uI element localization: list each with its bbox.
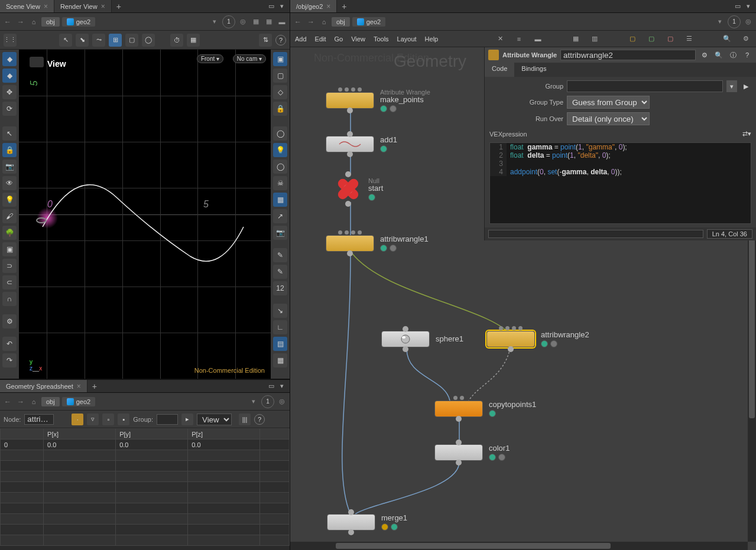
node-merge1[interactable]: merge1 <box>327 514 407 531</box>
path-dropdown[interactable]: ▾ <box>209 18 220 25</box>
tool-select[interactable]: ◆ <box>2 52 17 66</box>
node-attribwrangle2[interactable]: attribwrangle2 <box>486 331 589 347</box>
disp-opt-3[interactable]: ◯ <box>273 160 287 174</box>
close-icon[interactable]: × <box>77 382 81 390</box>
table-header[interactable]: P[x] <box>44 429 116 440</box>
note-icon[interactable]: ▢ <box>627 34 638 44</box>
close-icon[interactable]: × <box>44 2 48 11</box>
lock-flag-icon[interactable] <box>390 245 397 252</box>
disp-opt-6[interactable]: ↗ <box>273 209 287 223</box>
snap-icon[interactable]: ⊞ <box>109 34 122 47</box>
path-obj[interactable]: obj <box>41 397 60 406</box>
class-points-icon[interactable]: · <box>72 414 83 425</box>
node-color1[interactable]: color1 <box>434 444 510 461</box>
view-select[interactable]: View <box>197 414 232 425</box>
display-flag-icon[interactable] <box>489 410 496 417</box>
take-badge[interactable]: 1 <box>728 15 741 28</box>
tab-bindings[interactable]: Bindings <box>514 63 553 77</box>
tool-redo[interactable]: ↷ <box>2 353 17 367</box>
network-scroll-h[interactable] <box>290 542 748 550</box>
home-icon[interactable]: ⌂ <box>28 17 39 27</box>
op-name-input[interactable] <box>560 50 696 60</box>
spreadsheet-table[interactable]: P[x]P[y]P[z] 00.00.00.0 <box>0 428 290 550</box>
menu-add[interactable]: Add <box>295 35 307 43</box>
pin-icon[interactable]: ◎ <box>238 17 248 27</box>
disp-opt-12[interactable]: ∟ <box>273 320 287 334</box>
forward-button[interactable]: → <box>15 396 26 407</box>
menu-edit[interactable]: Edit <box>315 35 326 43</box>
home-icon[interactable]: ⌂ <box>319 17 329 27</box>
wrench-icon[interactable]: ✕ <box>495 34 505 44</box>
node-start[interactable]: Nullstart <box>334 175 383 203</box>
tab-code[interactable]: Code <box>485 63 514 77</box>
select-lasso-icon[interactable]: ⤳ <box>92 34 105 47</box>
layout-icon[interactable]: ⇅ <box>259 34 272 47</box>
columns-icon[interactable]: ||| <box>239 414 251 425</box>
pin-icon[interactable]: ◎ <box>277 396 287 407</box>
tool-magnet3[interactable]: ∩ <box>2 292 17 306</box>
table-row[interactable] <box>1 514 290 525</box>
node-make-points[interactable]: Attribute Wranglemake_points <box>326 89 430 112</box>
disp-opt-1[interactable]: ◯ <box>273 126 287 141</box>
display-flag-icon[interactable] <box>380 245 387 252</box>
tool-eye[interactable]: 👁 <box>2 176 17 190</box>
search-icon[interactable]: 🔍 <box>722 34 732 44</box>
shade-mode-2[interactable]: ▢ <box>273 69 287 83</box>
disp-opt-9[interactable]: ✎ <box>273 265 287 279</box>
table-row[interactable] <box>1 503 290 514</box>
gear-icon[interactable]: ⚙ <box>741 34 751 44</box>
vex-code-editor[interactable]: 1float gamma = point(1, "gamma", 0);2flo… <box>489 142 751 224</box>
close-icon[interactable]: × <box>326 2 330 11</box>
tab-render-view[interactable]: Render View× <box>54 0 112 12</box>
table-header[interactable]: P[z] <box>188 429 260 440</box>
path-obj[interactable]: obj <box>41 17 60 27</box>
path-geo2[interactable]: geo2 <box>62 397 95 406</box>
group-param-input[interactable] <box>567 80 723 92</box>
table-row[interactable] <box>1 535 290 546</box>
tool-undo[interactable]: ↶ <box>2 337 17 351</box>
shade-mode-3[interactable]: ◇ <box>273 85 287 99</box>
flat-icon[interactable]: ▬ <box>277 17 287 27</box>
grid2-icon[interactable]: ▥ <box>589 34 600 44</box>
display-flag-icon[interactable] <box>489 454 496 461</box>
class-verts-icon[interactable]: ▿ <box>87 414 99 425</box>
home-icon[interactable]: ⌂ <box>28 396 39 407</box>
table-row[interactable] <box>1 461 290 471</box>
gear-icon[interactable]: ⚙ <box>699 50 710 60</box>
back-button[interactable]: ← <box>2 396 13 407</box>
tool-move[interactable]: ✥ <box>2 85 17 99</box>
menu-icon[interactable]: ▾ <box>278 2 286 11</box>
warn-flag-icon[interactable] <box>381 523 388 531</box>
table-header[interactable] <box>1 429 44 440</box>
tool-camera[interactable]: 📷 <box>2 160 17 174</box>
close-icon[interactable]: × <box>101 2 105 11</box>
menu-tools[interactable]: Tools <box>374 35 389 43</box>
lock-flag-icon[interactable] <box>390 105 397 112</box>
help-icon[interactable]: ? <box>275 35 286 45</box>
maximize-icon[interactable]: ▭ <box>267 2 275 11</box>
menu-icon[interactable]: ▾ <box>744 2 752 11</box>
tool-magnet[interactable]: ⊃ <box>2 259 17 273</box>
help-icon[interactable]: ? <box>254 414 265 425</box>
back-button[interactable]: ← <box>293 17 303 27</box>
grid-menu-icon[interactable]: ⋮⋮ <box>4 34 17 47</box>
disp-opt-11[interactable]: ↘ <box>273 304 287 318</box>
table-row[interactable] <box>1 450 290 461</box>
stack-icon[interactable]: ☰ <box>684 34 695 44</box>
tool-gear[interactable]: ⚙ <box>2 314 17 328</box>
info-icon[interactable]: ⓘ <box>728 50 738 60</box>
add-tab-button[interactable]: + <box>112 2 126 11</box>
snapshot2-icon[interactable]: ▦ <box>264 17 274 27</box>
grouptype-select[interactable]: Guess from Group <box>567 96 650 109</box>
table-row[interactable] <box>1 493 290 503</box>
table-row[interactable] <box>1 482 290 493</box>
network-view[interactable]: Non-Commercial Edition Geometry <box>290 47 756 550</box>
table-row[interactable] <box>1 525 290 535</box>
tab-geometry-spreadsheet[interactable]: Geometry Spreadsheet× <box>0 380 87 392</box>
disp-opt-4[interactable]: ☠ <box>273 176 287 190</box>
disp-opt-5[interactable]: ▦ <box>273 193 287 207</box>
select-arrow-icon[interactable]: ↖ <box>59 34 72 47</box>
class-prims-icon[interactable]: ▫ <box>102 414 114 425</box>
grid1-icon[interactable]: ▦ <box>570 34 581 44</box>
display-flag-icon[interactable] <box>391 523 398 531</box>
